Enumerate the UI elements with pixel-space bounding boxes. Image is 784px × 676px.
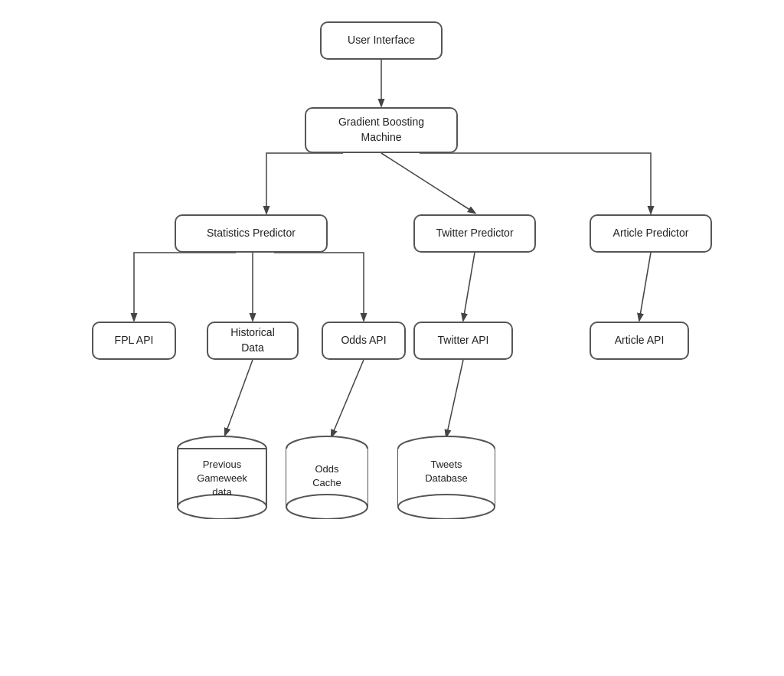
odds-cache-cylinder: OddsCache <box>285 435 369 519</box>
svg-line-7 <box>446 360 463 436</box>
twitter-predictor-node: Twitter Predictor <box>413 214 536 253</box>
svg-point-12 <box>178 495 266 519</box>
prev-gameweek-cylinder: PreviousGameweekdata <box>176 435 268 519</box>
svg-line-1 <box>381 153 475 213</box>
odds-api-node: Odds API <box>322 322 406 360</box>
historical-data-node: HistoricalData <box>207 322 299 360</box>
svg-point-17 <box>286 495 368 519</box>
svg-line-5 <box>225 360 253 435</box>
article-api-node: Article API <box>590 322 689 360</box>
svg-point-22 <box>398 495 495 519</box>
user-interface-node: User Interface <box>320 21 443 60</box>
svg-line-3 <box>463 253 475 320</box>
svg-line-4 <box>639 253 651 320</box>
statistics-predictor-node: Statistics Predictor <box>175 214 328 253</box>
fpl-api-node: FPL API <box>92 322 176 360</box>
twitter-api-node: Twitter API <box>413 322 513 360</box>
svg-line-6 <box>332 360 364 436</box>
tweets-database-cylinder: TweetsDatabase <box>397 435 496 519</box>
gradient-boosting-node: Gradient BoostingMachine <box>305 107 458 153</box>
article-predictor-node: Article Predictor <box>590 214 712 253</box>
architecture-diagram: User Interface Gradient BoostingMachine … <box>0 0 784 676</box>
